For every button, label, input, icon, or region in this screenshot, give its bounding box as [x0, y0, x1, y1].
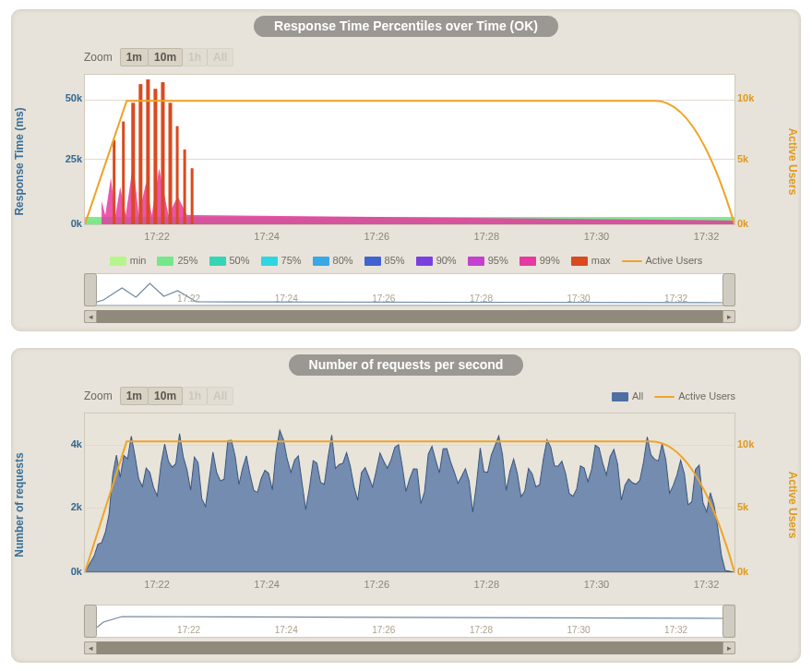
y-right-tick: 0k	[737, 218, 772, 229]
legend-swatch-icon	[209, 257, 226, 266]
y-left-tick: 50k	[40, 92, 82, 103]
x-tick: 17:28	[474, 231, 500, 242]
legend-label: max	[591, 255, 611, 266]
svg-rect-8	[176, 126, 179, 224]
legend-item[interactable]: max	[571, 255, 611, 266]
y-right-tick: 5k	[737, 153, 772, 164]
legend-swatch-icon	[612, 392, 628, 401]
legend-label: Active Users	[678, 390, 735, 401]
svg-rect-10	[191, 168, 194, 224]
y-axis-right-label: Active Users	[786, 128, 799, 196]
panel-title-bar: Number of requests per second	[12, 354, 800, 376]
svg-rect-7	[169, 102, 173, 224]
zoom-button-10m[interactable]: 10m	[148, 48, 183, 66]
panel-title: Response Time Percentiles over Time (OK)	[254, 16, 558, 37]
y-right-tick: 10k	[737, 92, 772, 103]
x-tick: 17:28	[474, 579, 500, 590]
legend-swatch-icon	[364, 257, 381, 266]
nav-tick: 17:32	[664, 294, 687, 304]
y-left-tick: 2k	[40, 501, 82, 512]
navigator-scrollbar[interactable]: ◂ ▸	[84, 641, 735, 654]
navigator-scrollbar[interactable]: ◂ ▸	[84, 310, 735, 323]
legend-swatch-icon	[157, 257, 173, 266]
navigator-handle-right-icon[interactable]	[722, 273, 735, 306]
legend-label: 90%	[436, 255, 457, 266]
legend-label: 95%	[488, 255, 508, 266]
svg-rect-5	[153, 89, 157, 224]
navigator-handle-right-icon[interactable]	[722, 605, 735, 638]
legend-item[interactable]: Active Users	[622, 255, 703, 266]
x-tick: 17:22	[144, 231, 170, 242]
svg-rect-2	[131, 102, 135, 224]
legend-label: 75%	[281, 255, 302, 266]
chart-svg	[85, 413, 734, 572]
zoom-button-1h: 1h	[182, 387, 208, 405]
panel-title: Number of requests per second	[289, 354, 524, 376]
zoom-controls: Zoom 1m10m1hAll	[12, 37, 800, 74]
y-axis-right-label: Active Users	[786, 472, 799, 539]
legend-item[interactable]: 25%	[157, 255, 197, 266]
navigator-handle-left-icon[interactable]	[84, 273, 97, 306]
navigator-handle-left-icon[interactable]	[84, 605, 97, 638]
legend-item[interactable]: 50%	[209, 255, 250, 266]
legend: min25%50%75%80%85%90%95%99%maxActive Use…	[12, 249, 800, 266]
svg-rect-9	[184, 150, 186, 224]
scroll-left-icon[interactable]: ◂	[84, 310, 97, 323]
nav-tick: 17:30	[567, 294, 591, 304]
navigator-plot[interactable]: 17:22 17:24 17:26 17:28 17:30 17:32	[84, 605, 735, 638]
navigator[interactable]: 17:22 17:24 17:26 17:28 17:30 17:32 ◂ ▸	[40, 605, 772, 654]
x-tick: 17:26	[364, 231, 389, 242]
y-axis-left-label: Response Time (ms)	[13, 107, 26, 215]
legend-label: 85%	[385, 255, 405, 266]
zoom-button-1m[interactable]: 1m	[120, 48, 149, 66]
svg-rect-0	[113, 140, 115, 224]
y-axis-left-label: Number of requests	[13, 452, 26, 557]
legend-swatch-icon	[519, 257, 536, 266]
x-tick: 17:30	[584, 579, 610, 590]
legend-swatch-icon	[654, 396, 675, 398]
legend-item[interactable]: All	[612, 390, 643, 401]
scroll-left-icon[interactable]: ◂	[84, 641, 97, 654]
legend-label: Active Users	[646, 255, 703, 266]
y-right-tick: 0k	[737, 566, 772, 577]
legend-item[interactable]: min	[110, 255, 147, 266]
legend-item[interactable]: 80%	[313, 255, 353, 266]
legend: AllActive Users	[612, 390, 800, 401]
legend-swatch-icon	[571, 257, 588, 266]
x-tick: 17:22	[144, 579, 170, 590]
scroll-right-icon[interactable]: ▸	[722, 641, 735, 654]
zoom-label: Zoom	[84, 389, 113, 402]
nav-tick: 17:32	[664, 625, 687, 635]
legend-label: 50%	[230, 255, 250, 266]
y-left-tick: 25k	[40, 153, 82, 164]
legend-item[interactable]: 95%	[468, 255, 508, 266]
legend-item[interactable]: Active Users	[654, 390, 735, 401]
zoom-button-10m[interactable]: 10m	[148, 387, 183, 405]
y-left-tick: 4k	[40, 438, 82, 449]
nav-tick: 17:28	[470, 625, 493, 635]
legend-swatch-icon	[261, 257, 278, 266]
legend-swatch-icon	[110, 257, 126, 266]
legend-label: 80%	[333, 255, 353, 266]
legend-swatch-icon	[468, 257, 484, 266]
scroll-right-icon[interactable]: ▸	[722, 310, 735, 323]
legend-item[interactable]: 85%	[364, 255, 405, 266]
legend-label: All	[632, 390, 643, 401]
legend-item[interactable]: 75%	[261, 255, 302, 266]
legend-item[interactable]: 90%	[416, 255, 457, 266]
navigator[interactable]: 17:22 17:24 17:26 17:28 17:30 17:32 ◂ ▸	[40, 273, 772, 323]
navigator-plot[interactable]: 17:22 17:24 17:26 17:28 17:30 17:32	[84, 273, 735, 306]
nav-tick: 17:24	[275, 625, 298, 635]
zoom-button-1m[interactable]: 1m	[120, 387, 149, 405]
requests-chart[interactable]: Number of requests Active Users 0k 2k 4k…	[40, 413, 772, 597]
svg-rect-1	[122, 122, 125, 224]
percentiles-chart[interactable]: Response Time (ms) Active Users 0k 25k 5…	[40, 74, 772, 249]
legend-swatch-icon	[622, 260, 642, 262]
legend-swatch-icon	[313, 257, 329, 266]
zoom-button-All: All	[207, 387, 233, 405]
y-left-tick: 0k	[40, 566, 82, 577]
nav-tick: 17:26	[372, 294, 395, 304]
plot-area[interactable]	[84, 413, 735, 573]
plot-area[interactable]	[84, 74, 735, 225]
legend-item[interactable]: 99%	[519, 255, 560, 266]
